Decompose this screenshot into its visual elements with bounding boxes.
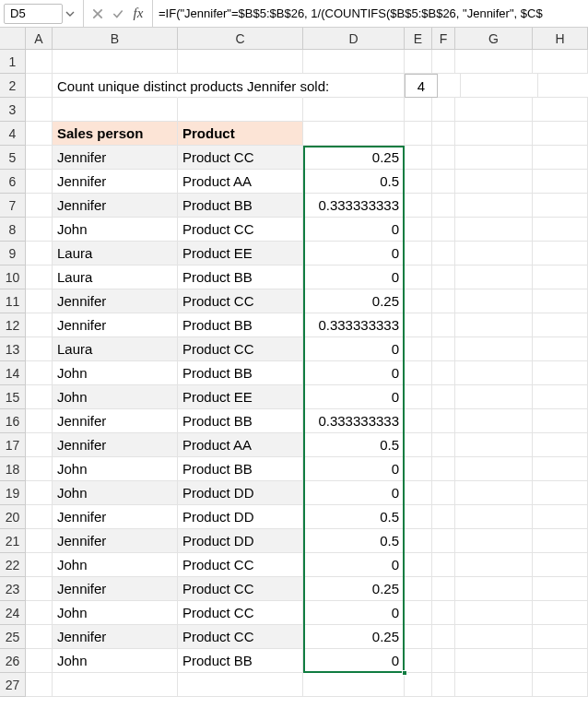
- cell[interactable]: [405, 194, 432, 218]
- spreadsheet[interactable]: ABCDEFGH 1234567891011121314151617181920…: [0, 28, 588, 708]
- cell[interactable]: John: [53, 218, 178, 242]
- cell[interactable]: [405, 122, 432, 146]
- cell[interactable]: [455, 313, 533, 337]
- cell[interactable]: [432, 601, 455, 625]
- col-header-B[interactable]: B: [53, 28, 178, 50]
- cell[interactable]: [455, 649, 533, 673]
- cell[interactable]: [438, 74, 461, 98]
- cell[interactable]: [26, 50, 53, 74]
- cell[interactable]: Product BB: [178, 457, 303, 481]
- cell[interactable]: [26, 505, 53, 529]
- formula-input[interactable]: =IF("Jennifer"=$B$5:$B$26, 1/(COUNTIFS($…: [153, 0, 588, 27]
- col-header-D[interactable]: D: [303, 28, 405, 50]
- cell[interactable]: [455, 266, 533, 289]
- cell[interactable]: [405, 50, 432, 74]
- cell[interactable]: [432, 337, 455, 361]
- cell[interactable]: 0.5: [303, 505, 405, 529]
- cell[interactable]: [26, 337, 53, 361]
- cell[interactable]: 0.333333333: [303, 409, 405, 433]
- cell[interactable]: [533, 577, 588, 601]
- cell[interactable]: Product CC: [178, 577, 303, 601]
- cell[interactable]: 0.25: [303, 577, 405, 601]
- row-header-10[interactable]: 10: [0, 266, 26, 289]
- cell[interactable]: [455, 457, 533, 481]
- cell[interactable]: [455, 505, 533, 529]
- cell[interactable]: Laura: [53, 337, 178, 361]
- cell[interactable]: Laura: [53, 266, 178, 289]
- cell[interactable]: [405, 649, 432, 673]
- cell[interactable]: Product AA: [178, 170, 303, 194]
- cell[interactable]: [455, 577, 533, 601]
- cell[interactable]: 0.5: [303, 529, 405, 553]
- cell[interactable]: [533, 529, 588, 553]
- cell[interactable]: Product DD: [178, 529, 303, 553]
- cell[interactable]: John: [53, 457, 178, 481]
- cell[interactable]: 0.333333333: [303, 313, 405, 337]
- cell[interactable]: [26, 289, 53, 313]
- cell[interactable]: Jennifer: [53, 505, 178, 529]
- cell[interactable]: [405, 625, 432, 649]
- cell[interactable]: [26, 194, 53, 218]
- cell[interactable]: [26, 313, 53, 337]
- cell[interactable]: [405, 266, 432, 289]
- cell[interactable]: [405, 481, 432, 505]
- cell[interactable]: 0: [303, 242, 405, 266]
- select-all-corner[interactable]: [0, 28, 26, 50]
- cell[interactable]: [405, 289, 432, 313]
- cell[interactable]: Jennifer: [53, 194, 178, 218]
- cell[interactable]: [533, 505, 588, 529]
- cell[interactable]: [432, 266, 455, 289]
- cell[interactable]: [26, 170, 53, 194]
- cell[interactable]: 0.5: [303, 170, 405, 194]
- cell[interactable]: Product CC: [178, 553, 303, 577]
- cell[interactable]: Sales person: [53, 122, 178, 146]
- cell[interactable]: John: [53, 601, 178, 625]
- name-box-dropdown[interactable]: [63, 4, 77, 24]
- row-header-23[interactable]: 23: [0, 577, 26, 601]
- cell[interactable]: [533, 649, 588, 673]
- cell[interactable]: [405, 505, 432, 529]
- cell[interactable]: Jennifer: [53, 433, 178, 457]
- cell[interactable]: [533, 625, 588, 649]
- cell[interactable]: 0.25: [303, 146, 405, 170]
- cell[interactable]: 0.5: [303, 433, 405, 457]
- cell[interactable]: [405, 529, 432, 553]
- cell[interactable]: 4: [405, 74, 438, 98]
- cell[interactable]: [533, 194, 588, 218]
- cell[interactable]: [533, 385, 588, 409]
- cell[interactable]: [405, 146, 432, 170]
- cell[interactable]: [533, 337, 588, 361]
- row-header-27[interactable]: 27: [0, 673, 26, 697]
- cell[interactable]: [455, 218, 533, 242]
- cell[interactable]: Product AA: [178, 433, 303, 457]
- cell[interactable]: [405, 577, 432, 601]
- cell[interactable]: [26, 553, 53, 577]
- row-header-26[interactable]: 26: [0, 649, 26, 673]
- row-header-8[interactable]: 8: [0, 218, 26, 242]
- cell[interactable]: 0.333333333: [303, 194, 405, 218]
- cell[interactable]: [26, 266, 53, 289]
- cell[interactable]: Product CC: [178, 289, 303, 313]
- cell[interactable]: [432, 289, 455, 313]
- cell[interactable]: Jennifer: [53, 625, 178, 649]
- cell[interactable]: [26, 481, 53, 505]
- cell[interactable]: [432, 673, 455, 697]
- row-header-5[interactable]: 5: [0, 146, 26, 170]
- cell[interactable]: [26, 673, 53, 697]
- cells-area[interactable]: 4Sales personProductJenniferProduct CC0.…: [26, 50, 588, 697]
- cell[interactable]: [26, 122, 53, 146]
- cell[interactable]: Product CC: [178, 218, 303, 242]
- cell[interactable]: [533, 313, 588, 337]
- cell[interactable]: Product BB: [178, 361, 303, 385]
- cell[interactable]: [455, 409, 533, 433]
- cell[interactable]: [26, 433, 53, 457]
- cell[interactable]: [53, 673, 178, 697]
- cell[interactable]: [432, 361, 455, 385]
- cell[interactable]: [432, 242, 455, 266]
- cell[interactable]: [26, 98, 53, 122]
- cell[interactable]: [533, 673, 588, 697]
- cell[interactable]: [405, 553, 432, 577]
- cell[interactable]: Product CC: [178, 337, 303, 361]
- cell[interactable]: [405, 409, 432, 433]
- cell[interactable]: Product BB: [178, 409, 303, 433]
